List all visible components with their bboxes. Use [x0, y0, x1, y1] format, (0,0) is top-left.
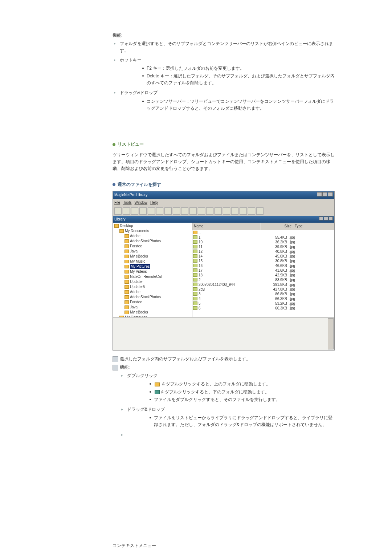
tree-item[interactable]: Java	[114, 305, 191, 310]
tree-item[interactable]: Java	[114, 249, 191, 254]
hotkey-item: Delete キー：選択したフォルダ、そのサブフォルダ、および選択したフォルダと…	[142, 73, 336, 86]
folder-icon	[155, 382, 160, 386]
menu-item[interactable]: Help	[150, 200, 158, 204]
list-row[interactable]: 553.2KB.jpg	[192, 301, 334, 306]
menu-item[interactable]: Window	[134, 200, 147, 204]
col-size[interactable]: Size	[261, 223, 293, 230]
features-label: 機能:	[113, 32, 336, 39]
tree-item[interactable]: My Documents	[114, 228, 191, 234]
folder-icon	[155, 390, 160, 394]
toolbar[interactable]	[113, 206, 334, 216]
list-row[interactable]: 1139.9KB.jpg	[192, 244, 334, 249]
tree-item[interactable]: My eBooks	[114, 254, 191, 259]
col-name[interactable]: Name	[192, 223, 261, 230]
hotkey-item: F2 キー：選択したフォルダの名前を変更します。	[142, 65, 336, 72]
menubar[interactable]: FileToolsWindowHelp	[113, 199, 334, 206]
tree-item[interactable]: Updater	[114, 279, 191, 284]
window-controls[interactable]	[317, 192, 333, 198]
listview-desc: ツリーウィンドウで選択したすべてのフォルダおよびファイルまたはコンテンツサーバー…	[113, 151, 336, 173]
tree-item[interactable]: Forstec	[114, 300, 191, 305]
tree-item[interactable]: Forstec	[114, 244, 191, 249]
window-title: MagicNetPro Library	[114, 192, 147, 198]
scrollbar[interactable]	[328, 318, 334, 349]
list-row[interactable]: 386.8KB.jpg	[192, 292, 334, 296]
list-row[interactable]: 1240.8KB.jpg	[192, 249, 334, 254]
dblclick-item: をダブルクリックすると、下のフォルダに移動します。	[149, 389, 336, 396]
list-row[interactable]: 1445.0KB.jpg	[192, 254, 334, 259]
app-screenshot: MagicNetPro Library FileToolsWindowHelp …	[113, 191, 335, 351]
tree-view[interactable]: DesktopMy DocumentsAdobeAdobeStockPhotos…	[113, 223, 192, 317]
list-row[interactable]: 1036.2KB.jpg	[192, 240, 334, 244]
tree-item[interactable]: AdobeStockPhotos	[114, 239, 191, 244]
dragdrop-item: コンテンツサーバー：ツリービューでコンテンツサーバーをコンテンツサーバーフォルダ…	[142, 98, 336, 112]
col-type[interactable]: Type	[293, 223, 318, 230]
list-row[interactable]: 283.9KB.jpg	[192, 278, 334, 282]
tree-item[interactable]: Adobe	[114, 234, 191, 239]
after-features: 機能:	[120, 364, 130, 371]
list-row[interactable]: 1530.8KB.jpg	[192, 259, 334, 263]
list-row[interactable]: 1741.6KB.jpg	[192, 268, 334, 273]
list-row[interactable]: 2qyl427.8KB.jpg	[192, 287, 334, 292]
feature-hotkey: ホットキー F2 キー：選択したフォルダの名前を変更します。Delete キー：…	[113, 57, 336, 87]
preview-pane	[113, 317, 334, 350]
list-view[interactable]: Name Size Type ..155.4KB.jpg1036.2KB.jpg…	[192, 223, 334, 317]
bullet-icon	[113, 183, 115, 186]
list-row[interactable]: 466.3KB.jpg	[192, 296, 334, 301]
after-line1: 選択したフォルダ内のサブフォルダおよびファイルを表示します。	[120, 356, 250, 362]
tree-item[interactable]: NateOn RemoteCall	[114, 274, 191, 279]
menu-item[interactable]: File	[114, 200, 120, 204]
context-menu-heading: コンテキストメニュー	[113, 542, 336, 549]
feature-folder-select: フォルダを選択すると、そのサブフォルダとコンテンツサーバーのリストが右側ペインの…	[113, 40, 336, 54]
hotkey-label: ホットキー	[120, 57, 142, 62]
list-row[interactable]: 1842.9KB.jpg	[192, 273, 334, 278]
tree-item[interactable]: AdobeStockPhotos	[114, 295, 191, 300]
tree-item[interactable]: My Music	[114, 259, 191, 264]
tree-item[interactable]: Desktop	[114, 223, 191, 228]
list-row[interactable]: 666.3KB.jpg	[192, 306, 334, 311]
after-dragdrop-item: ファイルをリストビューからライブラリにドラッグアンドドロップすると、ライブラリに…	[149, 414, 336, 428]
dblclick-item: をダブルクリックすると、上のフォルダに移動します。	[149, 381, 336, 388]
empty-bullet	[120, 432, 336, 438]
note-icon	[113, 365, 118, 370]
dblclick-item: ファイルをダブルクリックすると、そのファイルを実行します。	[149, 396, 336, 403]
inner-window-title: Library	[114, 216, 126, 222]
tree-item[interactable]: My Videos	[114, 269, 191, 274]
list-row[interactable]: 155.4KB.jpg	[192, 235, 334, 240]
after-dragdrop: ドラッグ&ドロップ ファイルをリストビューからライブラリにドラッグアンドドロップ…	[120, 406, 336, 429]
feature-dragdrop: ドラッグ&ドロップ コンテンツサーバー：ツリービューでコンテンツサーバーをコンテ…	[113, 89, 336, 112]
tree-item[interactable]: Updater5	[114, 284, 191, 289]
list-row[interactable]: 20070201112403_944391.8KB.jpg	[192, 282, 334, 287]
note-icon	[113, 356, 118, 362]
browse-heading: 通常のファイルを探す	[113, 181, 336, 188]
listview-heading: リストビュー	[113, 141, 336, 148]
after-dblclick: ダブルクリック をダブルクリックすると、上のフォルダに移動します。をダブルクリッ…	[120, 372, 336, 403]
inner-window-controls[interactable]	[319, 216, 333, 222]
tree-item[interactable]: My Pictures	[114, 264, 191, 269]
list-row[interactable]: 1646.6KB.jpg	[192, 263, 334, 268]
tree-item[interactable]: My eBooks	[114, 310, 191, 315]
bullet-icon	[113, 143, 115, 146]
dragdrop-label: ドラッグ&ドロップ	[120, 90, 158, 95]
menu-item[interactable]: Tools	[123, 200, 131, 204]
tree-item[interactable]: Adobe	[114, 289, 191, 295]
list-row[interactable]: ..	[192, 230, 334, 235]
